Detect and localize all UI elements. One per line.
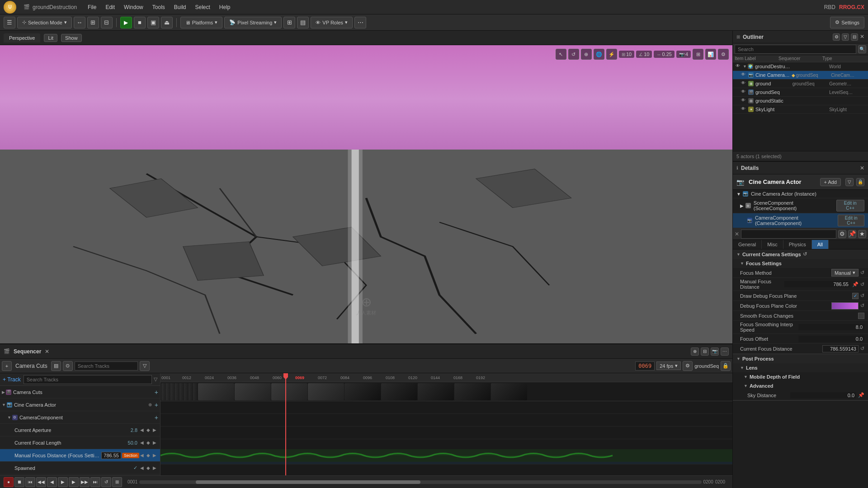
cfd-reset[interactable]: ↺ — [860, 346, 864, 352]
more-btn[interactable]: ⋯ — [354, 17, 366, 28]
details-close-btn[interactable]: ✕ — [860, 165, 864, 171]
details-camera-component[interactable]: 📷 CameraComponent (CameraComponent) Edit… — [733, 213, 868, 228]
snap-btn[interactable]: ⊞ — [87, 17, 99, 28]
next-frame-btn[interactable]: ▶ — [69, 477, 79, 487]
outliner-search-btn[interactable]: 🔍 — [858, 45, 866, 53]
end-btn[interactable]: ⊞ — [112, 477, 122, 487]
seq-close-btn[interactable]: ✕ — [45, 348, 49, 355]
outliner-skylight-row[interactable]: 👁 ☀ SkyLight SkyLight — [733, 105, 868, 114]
camera-settings-header[interactable]: ▼ Current Camera Settings ↺ — [733, 249, 868, 259]
track-filter-btn[interactable]: ▽ — [154, 376, 157, 382]
seq-filter-btn[interactable]: ▤ — [51, 361, 61, 371]
focal-next-kf[interactable]: ▶ — [152, 440, 157, 446]
timeline-scrollbar[interactable] — [139, 480, 701, 484]
seq-settings2-btn[interactable]: ⊟ — [701, 347, 709, 356]
debug-color-picker[interactable] — [831, 302, 859, 310]
details-search-pin[interactable]: 📌 — [848, 230, 856, 238]
camera-comp-edit-btn[interactable]: Edit in C++ — [838, 215, 864, 226]
details-filter-btn[interactable]: ▽ — [845, 178, 854, 186]
track-aperture[interactable]: Current Aperture 2.8 ◀ ◆ ▶ — [0, 424, 160, 436]
loop-btn[interactable]: ↺ — [101, 477, 111, 487]
step-fwd-btn[interactable]: ▶▶ — [80, 477, 90, 487]
mfd-pin[interactable]: 📌 — [852, 282, 859, 287]
fps-selector[interactable]: 24 fps ▾ — [656, 361, 681, 370]
realtime-btn[interactable]: 📊 — [705, 49, 716, 60]
mf-add-kf[interactable]: ◆ — [146, 453, 151, 458]
seq-camera-btn[interactable]: 📷 — [711, 347, 719, 356]
pause-button[interactable]: ▣ — [147, 17, 159, 28]
show-btn[interactable]: Show — [61, 34, 82, 42]
lens-header[interactable]: ▼ Lens — [733, 363, 868, 372]
net-mode-btn[interactable]: ⊞ — [283, 17, 295, 28]
outliner-groundstatic-row[interactable]: 👁 ⊟ groundStatic — [733, 97, 868, 105]
tab-misc[interactable]: Misc — [762, 240, 783, 249]
details-search-settings[interactable]: ⚙ — [838, 230, 846, 238]
lit-btn[interactable]: Lit — [44, 34, 57, 42]
outliner-world-row[interactable]: 👁 ▼ 🌍 groundDestructi… World — [733, 62, 868, 71]
track-cine-camera[interactable]: ▼ 📷 Cine Camera Actor ⊕ + — [0, 399, 160, 411]
tab-physics[interactable]: Physics — [783, 240, 812, 249]
outliner-close-btn[interactable]: ✕ — [860, 33, 864, 41]
seq-search-input[interactable] — [75, 361, 138, 371]
record-btn[interactable]: ● — [4, 477, 14, 487]
perspective-tab[interactable]: Perspective — [4, 33, 40, 42]
seq-options-btn[interactable]: ⚙ — [683, 361, 693, 371]
outliner-filter-btn[interactable]: ▽ — [842, 33, 849, 41]
add-track-btn[interactable]: + Track — [3, 376, 21, 383]
scene-comp-edit-btn[interactable]: Edit in C++ — [836, 200, 864, 211]
step-back-btn[interactable]: ◀◀ — [36, 477, 46, 487]
aperture-next-kf[interactable]: ▶ — [152, 427, 157, 433]
seq-more-btn[interactable]: ⋯ — [721, 347, 729, 356]
advanced-header[interactable]: ▼ Advanced — [733, 381, 868, 390]
smooth-interp-input[interactable] — [798, 324, 864, 330]
cine-camera-add[interactable]: + — [155, 401, 158, 408]
seq-settings-btn[interactable]: ⊕ — [691, 347, 699, 356]
focus-settings-header[interactable]: ▼ Focus Settings — [733, 259, 868, 268]
spawned-add-kf[interactable]: ◆ — [146, 465, 151, 471]
manual-focus-value[interactable]: 786.55 — [101, 452, 121, 459]
focal-add-kf[interactable]: ◆ — [146, 440, 151, 446]
mfd-reset[interactable]: ↺ — [860, 282, 864, 287]
menu-select[interactable]: Select — [191, 3, 213, 11]
player-count-btn[interactable]: ▤ — [297, 17, 309, 28]
tab-general[interactable]: General — [733, 240, 762, 249]
mf-prev-kf[interactable]: ◀ — [139, 453, 145, 458]
details-search-input[interactable]: focus — [741, 230, 836, 239]
camera-speed-btn[interactable]: ⚡ — [606, 49, 617, 60]
draw-debug-reset[interactable]: ↺ — [860, 293, 864, 299]
focus-method-dropdown[interactable]: Manual ▾ — [831, 269, 859, 277]
camera-settings-reset[interactable]: ↺ — [803, 251, 807, 257]
stop-button[interactable]: ■ — [134, 17, 146, 28]
track-focal-length[interactable]: Current Focal Length 50.0 ◀ ◆ ▶ — [0, 436, 160, 449]
post-process-header[interactable]: ▼ Post Process — [733, 354, 868, 363]
scale-tool-btn[interactable]: ⊕ — [581, 49, 592, 60]
smooth-focus-checkbox[interactable] — [858, 313, 864, 319]
outliner-search-input[interactable] — [735, 45, 856, 54]
pixel-streaming-btn[interactable]: 📡 Pixel Streaming ▾ — [224, 17, 282, 28]
prev-frame-btn[interactable]: ◀ — [47, 477, 57, 487]
aperture-prev-kf[interactable]: ◀ — [139, 427, 145, 433]
viewport-layout-btn[interactable]: ⊞ — [693, 49, 703, 60]
tab-all[interactable]: All — [812, 240, 829, 249]
menu-file[interactable]: File — [84, 3, 100, 11]
details-lock-btn[interactable]: 🔒 — [856, 178, 864, 186]
settings-btn[interactable]: ⚙ Settings — [830, 17, 864, 28]
seq-search-btn[interactable]: ⊙ — [63, 361, 73, 371]
outliner-settings-btn[interactable]: ⚙ — [833, 33, 840, 41]
vp-roles-btn[interactable]: 👁 VP Roles ▾ — [311, 17, 353, 28]
outliner-view-btn[interactable]: ⊟ — [851, 33, 858, 41]
seq-filter2-btn[interactable]: ▽ — [140, 361, 150, 371]
draw-debug-checkbox[interactable] — [852, 293, 859, 299]
camera-cuts-add[interactable]: + — [155, 389, 158, 396]
track-spawned[interactable]: Spawned ✓ ◀ ◆ ▶ — [0, 462, 160, 474]
details-search-clear[interactable]: ✕ — [735, 231, 739, 237]
track-camera-cuts[interactable]: ▶ 🎬 Camera Cuts + — [0, 386, 160, 399]
mf-next-kf[interactable]: ▶ — [152, 453, 157, 458]
focus-method-reset[interactable]: ↺ — [860, 270, 864, 276]
prev-key-btn[interactable]: ⏮ — [25, 477, 35, 487]
transform-btn[interactable]: ↔ — [74, 17, 85, 28]
menu-build[interactable]: Build — [170, 3, 190, 11]
details-scene-component[interactable]: ▶ ⊕ SceneComponent (SceneComponent) Edit… — [733, 198, 868, 213]
track-camera-component[interactable]: ▼ ⊙ CameraComponent + — [0, 411, 160, 424]
outliner-ground-row[interactable]: 👁 ⊞ ground groundSeq Geometr… — [733, 80, 868, 88]
